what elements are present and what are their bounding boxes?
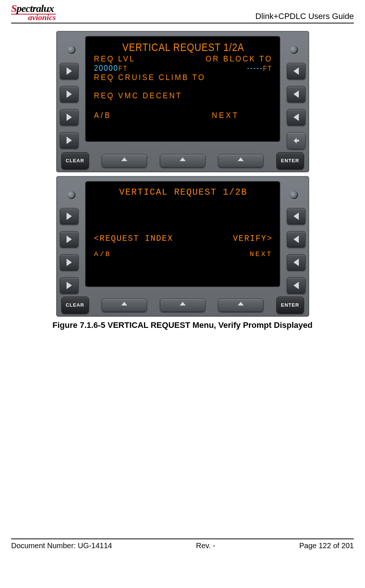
screw-icon [290, 46, 298, 54]
rocker-2[interactable] [160, 154, 205, 167]
display-screen-2: VERTICAL REQUEST 1/2B <REQUEST INDEX VER… [86, 182, 279, 286]
lsk-r1[interactable] [287, 63, 305, 79]
lsk-l2[interactable] [60, 231, 79, 247]
lsk-l4[interactable] [60, 132, 79, 148]
label-request-index: <REQUEST INDEX [94, 234, 173, 243]
screw-icon [67, 46, 76, 54]
footer-revision: Rev. - [196, 541, 215, 550]
label-ab: A/B [94, 111, 112, 120]
lsk-l1[interactable] [60, 208, 79, 224]
prev-page-button[interactable] [287, 132, 305, 149]
display-screen-1: VERTICAL REQUEST 1/2A REQ LVL OR BLOCK T… [86, 37, 279, 141]
enter-button[interactable]: ENTER [276, 152, 304, 169]
label-req-lvl: REQ LVL [94, 54, 135, 63]
left-line-select-keys [60, 180, 83, 294]
logo-text-top: Spectralux [11, 4, 56, 13]
label-next: NEXT [212, 111, 239, 120]
label-req-cruise-climb: REQ CRUISE CLIMB TO [94, 73, 206, 82]
lsk-l2[interactable] [60, 86, 79, 102]
lsk-r3[interactable] [287, 254, 305, 271]
clear-button[interactable]: CLEAR [61, 152, 89, 169]
screen-title: VERTICAL REQUEST 1/2A [94, 41, 273, 54]
lsk-r1[interactable] [287, 208, 305, 224]
rocker-3[interactable] [218, 154, 263, 167]
label-verify: VERIFY> [233, 234, 272, 243]
enter-button[interactable]: ENTER [276, 297, 304, 314]
document-title: Dlink+CPDLC Users Guide [255, 12, 354, 21]
label-req-vmc-decent: REQ VMC DECENT [94, 91, 182, 100]
logo-text-bottom: avionics [11, 14, 56, 21]
left-line-select-keys [60, 35, 83, 149]
screen-title: VERTICAL REQUEST 1/2B [94, 187, 273, 197]
lsk-r4[interactable] [287, 277, 305, 294]
page-footer: Document Number: UG-14114 Rev. - Page 12… [11, 539, 354, 550]
footer-page-number: Page 122 of 201 [299, 541, 354, 550]
screw-icon [290, 191, 298, 199]
logo: Spectralux avionics [11, 4, 56, 21]
figure-caption: Figure 7.1.6-5 VERTICAL REQUEST Menu, Ve… [11, 320, 354, 330]
rocker-2[interactable] [160, 298, 205, 312]
cdu-device-1: VERTICAL REQUEST 1/2A REQ LVL OR BLOCK T… [56, 31, 309, 172]
value-block-alt: -----FT [247, 63, 273, 73]
right-line-select-keys [282, 180, 305, 294]
value-altitude: 20000FT [94, 63, 128, 73]
screw-icon [67, 191, 76, 199]
clear-button[interactable]: CLEAR [61, 297, 89, 314]
lsk-l3[interactable] [60, 254, 79, 271]
cdu-device-2: VERTICAL REQUEST 1/2B <REQUEST INDEX VER… [56, 176, 309, 317]
lsk-r2[interactable] [287, 231, 305, 247]
rocker-1[interactable] [102, 154, 147, 167]
label-or-block-to: OR BLOCK TO [206, 54, 273, 63]
lsk-l3[interactable] [60, 109, 79, 125]
rocker-3[interactable] [218, 298, 263, 312]
footer-doc-number: Document Number: UG-14114 [11, 541, 112, 550]
label-ab: A/B [94, 250, 111, 258]
right-line-select-keys [282, 35, 305, 149]
label-next: NEXT [250, 250, 273, 258]
lsk-l4[interactable] [60, 277, 79, 294]
rocker-1[interactable] [102, 298, 147, 312]
lsk-r2[interactable] [287, 86, 305, 102]
lsk-l1[interactable] [60, 63, 79, 79]
page-header: Spectralux avionics Dlink+CPDLC Users Gu… [11, 4, 354, 23]
lsk-r3[interactable] [287, 109, 305, 125]
